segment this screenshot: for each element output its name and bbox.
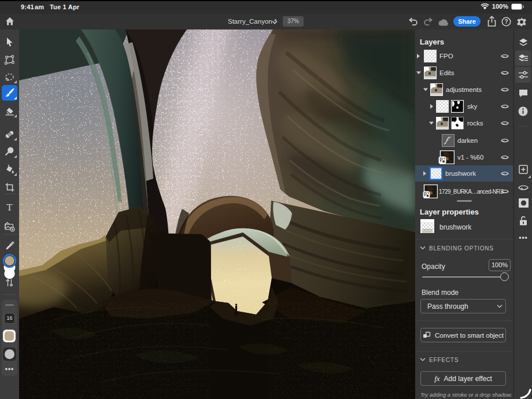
svg-text:?: ? bbox=[504, 19, 508, 25]
